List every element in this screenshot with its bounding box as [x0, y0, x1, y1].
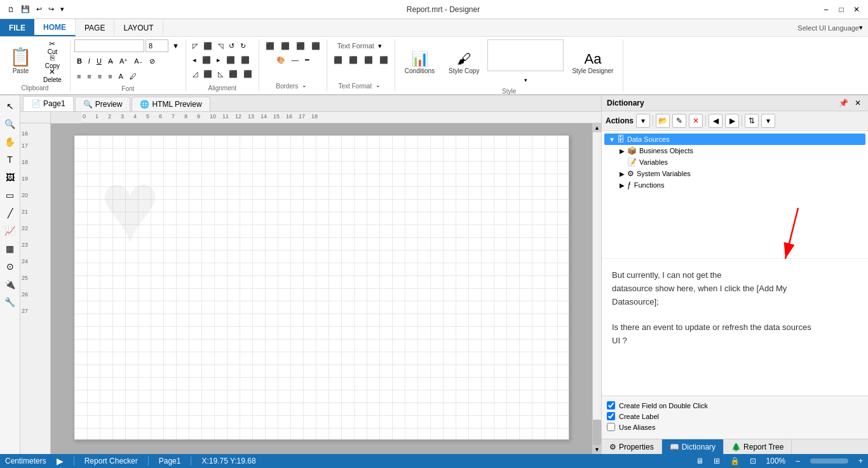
- rotate-ccw[interactable]: ↺: [226, 39, 237, 52]
- bottom-tab-properties[interactable]: ⚙ Properties: [602, 439, 662, 454]
- align-mid-left[interactable]: ◂: [190, 53, 199, 66]
- sort-btn[interactable]: ⇅: [745, 114, 759, 128]
- align-bot-left[interactable]: ◿: [190, 67, 200, 80]
- scrollbar-v[interactable]: ▲ ▼: [592, 123, 601, 454]
- align-mid-center[interactable]: ⬛: [200, 53, 214, 66]
- sidebar-chart[interactable]: 📈: [2, 223, 18, 239]
- subscript-btn[interactable]: A₋: [132, 55, 145, 67]
- use-aliases-checkbox[interactable]: [607, 423, 615, 431]
- sidebar-component[interactable]: 🔌: [2, 276, 18, 292]
- align-top-right[interactable]: ◹: [215, 39, 226, 52]
- restore-btn[interactable]: □: [835, 3, 848, 16]
- font-size-input[interactable]: [146, 39, 168, 52]
- sidebar-image[interactable]: 🖼: [2, 169, 18, 186]
- bold-btn[interactable]: B: [74, 55, 85, 67]
- borders-expand[interactable]: ⌄: [299, 79, 309, 92]
- sidebar-wrench[interactable]: 🔧: [2, 294, 18, 310]
- sidebar-line[interactable]: ╱: [2, 205, 18, 221]
- clear-format-btn[interactable]: ⊘: [147, 55, 158, 67]
- create-field-checkbox[interactable]: [607, 401, 615, 410]
- zoom-slider[interactable]: [810, 458, 848, 464]
- tab-layout[interactable]: LAYOUT: [114, 19, 163, 36]
- highlight-btn[interactable]: 🖊: [127, 70, 139, 83]
- zoom-out-btn[interactable]: –: [796, 457, 800, 465]
- style-designer-btn[interactable]: Aa Style Designer: [566, 41, 619, 85]
- align-mid-r3[interactable]: ⬛: [238, 53, 252, 66]
- actions-dropdown[interactable]: ▾: [636, 114, 650, 128]
- text-format-dropdown[interactable]: ▾: [376, 39, 384, 52]
- sidebar-text[interactable]: T: [2, 151, 18, 168]
- create-label-checkbox[interactable]: [607, 412, 615, 420]
- create-field-label[interactable]: Create Field on Double Click: [619, 402, 708, 410]
- align-bot-center[interactable]: ⬛: [201, 67, 215, 80]
- new-datasource-btn[interactable]: 📂: [656, 114, 670, 128]
- tree-data-sources[interactable]: ▼ 🗄 Data Sources: [604, 134, 865, 145]
- create-label-label[interactable]: Create Label: [619, 413, 659, 420]
- border-top[interactable]: ⬛: [263, 39, 277, 52]
- bottom-tab-dictionary[interactable]: 📖 Dictionary: [662, 439, 724, 454]
- edit-btn[interactable]: ✎: [672, 114, 686, 128]
- line-color[interactable]: —: [289, 53, 301, 66]
- font-color-btn[interactable]: A: [116, 70, 126, 83]
- delete-datasource-btn[interactable]: ✕: [689, 114, 703, 128]
- format-opt3[interactable]: ⬛: [362, 53, 376, 66]
- sidebar-barcode[interactable]: ▦: [2, 240, 18, 257]
- text-format-expand[interactable]: ⌄: [373, 79, 383, 92]
- sidebar-zoom[interactable]: 🔍: [2, 116, 18, 132]
- ui-language-dropdown[interactable]: ▾: [859, 24, 863, 32]
- style-copy-btn[interactable]: 🖌 Style Copy: [443, 41, 485, 85]
- border-bot[interactable]: ⬛: [294, 39, 308, 52]
- sort-dropdown[interactable]: ▾: [761, 114, 775, 128]
- scroll-down-btn[interactable]: ▼: [593, 445, 601, 454]
- tab-page[interactable]: PAGE: [76, 19, 114, 36]
- align-top-left[interactable]: ◸: [190, 39, 200, 52]
- new-btn[interactable]: 🗋: [5, 4, 17, 15]
- underline-btn[interactable]: U: [94, 55, 104, 67]
- tree-variables[interactable]: 📝 Variables: [614, 156, 865, 168]
- rotate-cw[interactable]: ↻: [238, 39, 248, 52]
- superscript-btn[interactable]: A⁺: [117, 55, 130, 67]
- close-btn[interactable]: ✕: [850, 3, 863, 16]
- pin-btn[interactable]: 📌: [837, 98, 850, 108]
- align-bot-right[interactable]: ◺: [215, 67, 226, 80]
- copy-btn[interactable]: ⎘ Copy: [39, 55, 66, 68]
- zoom-in-btn[interactable]: +: [858, 457, 863, 465]
- format-opt4[interactable]: ⬛: [377, 53, 391, 66]
- format-opt1[interactable]: ⬛: [331, 53, 345, 66]
- font-size-down[interactable]: ▼: [170, 39, 182, 52]
- move-up-btn[interactable]: ◀: [709, 114, 722, 128]
- bottom-tab-report-tree[interactable]: 🌲 Report Tree: [724, 439, 792, 454]
- italic-btn[interactable]: I: [86, 55, 93, 67]
- scroll-up-btn[interactable]: ▲: [593, 123, 601, 132]
- scroll-thumb[interactable]: [593, 420, 601, 445]
- panel-close-btn[interactable]: ✕: [853, 98, 863, 108]
- font-name-input[interactable]: [74, 39, 144, 52]
- tab-html-preview[interactable]: 🌐 HTML Preview: [132, 97, 210, 111]
- line-style[interactable]: ━: [302, 53, 312, 66]
- align-center-btn[interactable]: ≡: [85, 70, 93, 83]
- tab-home[interactable]: HOME: [34, 19, 76, 36]
- conditions-btn[interactable]: 📊 Conditions: [399, 41, 440, 85]
- format-opt2[interactable]: ⬛: [346, 53, 360, 66]
- align-top-center[interactable]: ⬛: [201, 39, 215, 52]
- tab-file[interactable]: FILE: [0, 19, 34, 36]
- border-right[interactable]: ⬛: [309, 39, 323, 52]
- strikethrough-btn[interactable]: A̶: [105, 55, 116, 67]
- sidebar-hand[interactable]: ✋: [2, 134, 18, 150]
- delete-btn[interactable]: ✕ Delete: [39, 69, 66, 82]
- align-mid-right[interactable]: ▸: [214, 53, 223, 66]
- sidebar-select[interactable]: ↖: [2, 98, 18, 114]
- align-right-btn[interactable]: ≡: [95, 70, 104, 83]
- undo-btn[interactable]: ↩: [34, 4, 44, 15]
- dropdown-btn[interactable]: ▾: [58, 4, 67, 15]
- redo-btn[interactable]: ↪: [46, 4, 57, 15]
- sidebar-shape[interactable]: ▭: [2, 187, 18, 203]
- align-justify-btn[interactable]: ≡: [105, 70, 114, 83]
- tree-system-variables[interactable]: ▶ ⚙ System Variables: [614, 168, 865, 179]
- align-mid-r2[interactable]: ⬛: [224, 53, 238, 66]
- style-preview-expand[interactable]: ▾: [522, 74, 530, 86]
- sidebar-gauge[interactable]: ⊙: [2, 258, 18, 275]
- fill-color[interactable]: 🎨: [274, 53, 288, 66]
- tab-page1[interactable]: 📄 Page1: [23, 96, 74, 111]
- border-mid[interactable]: ⬛: [278, 39, 292, 52]
